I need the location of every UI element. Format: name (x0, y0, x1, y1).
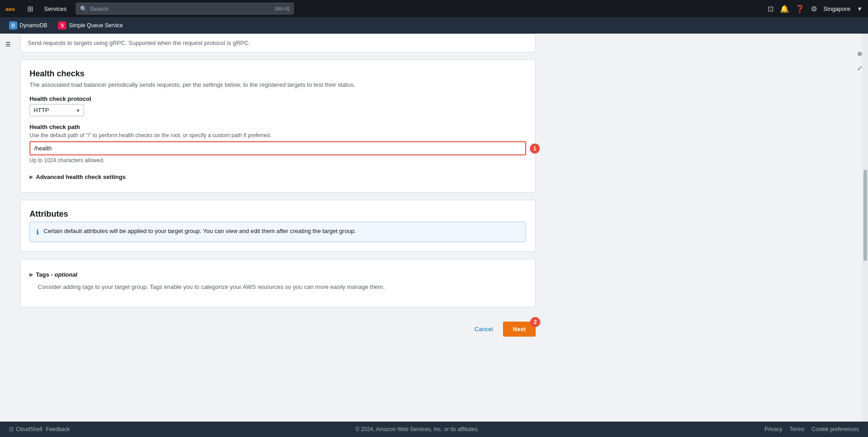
path-hint: Up to 1024 characters allowed. (30, 157, 526, 164)
scrollbar[interactable] (863, 34, 868, 423)
grpc-info-text: Send requests to targets using gRPC. Sup… (28, 40, 250, 46)
aws-logo[interactable]: aws (5, 4, 20, 13)
health-checks-section: Health checks The associated load balanc… (20, 60, 536, 193)
protocol-select[interactable]: HTTP HTTPS (30, 104, 84, 116)
sidebar-toggle-button[interactable]: ☰ (0, 37, 16, 51)
search-bar[interactable]: 🔍 [Alt+S] (76, 3, 294, 15)
footer-terms-link[interactable]: Terms (789, 426, 804, 432)
secondary-navigation: D DynamoDB S Simple Queue Service (0, 17, 868, 34)
protocol-label: Health check protocol (30, 95, 526, 102)
cloudshell-label: CloudShell (16, 426, 42, 432)
region-arrow-icon: ▼ (857, 5, 863, 12)
expand-arrow-icon: ▶ (30, 174, 33, 179)
footer-feedback[interactable]: Feedback (46, 426, 70, 432)
tags-section: ▶ Tags - optional Consider adding tags t… (20, 259, 536, 307)
tags-optional-italic: optional (54, 271, 78, 278)
dynamodb-icon: D (9, 21, 17, 30)
services-button[interactable]: Services (40, 4, 70, 14)
advanced-settings-label: Advanced health check settings (36, 174, 126, 180)
footer-left: ⊡ CloudShell Feedback (9, 426, 70, 432)
path-label: Health check path (30, 124, 526, 130)
help-icon[interactable]: ❓ (795, 5, 804, 13)
search-icon: 🔍 (80, 5, 87, 12)
path-badge-wrapper: 1 (526, 144, 540, 154)
content-area: Send requests to targets using gRPC. Sup… (0, 34, 545, 437)
expand-icon[interactable]: ⤢ (853, 62, 866, 74)
path-input-wrapper: 1 (30, 141, 526, 155)
search-shortcut: [Alt+S] (275, 6, 290, 11)
path-group: Health check path Use the default path o… (30, 124, 526, 164)
path-input-row: 1 (30, 141, 526, 155)
tags-description: Consider adding tags to your target grou… (30, 283, 526, 290)
cancel-button[interactable]: Cancel (469, 323, 498, 335)
main-wrapper: Send requests to targets using gRPC. Sup… (0, 34, 868, 437)
health-checks-description: The associated load balancer periodicall… (30, 81, 526, 88)
tags-expand-arrow-icon: ▶ (30, 272, 33, 277)
attributes-title: Attributes (30, 209, 526, 219)
info-circle-icon: ℹ (36, 228, 39, 236)
right-tools-panel: ⊕ ⤢ (852, 45, 868, 76)
map-icon[interactable]: ⊕ (853, 47, 866, 60)
hamburger-icon: ☰ (5, 41, 11, 48)
settings-icon[interactable]: ⚙ (811, 5, 817, 13)
grid-icon[interactable]: ⊞ (25, 3, 35, 15)
cloudshell-button[interactable]: ⊡ CloudShell (9, 426, 42, 432)
footer-links: Privacy Terms Cookie preferences (764, 426, 859, 432)
attributes-info-box: ℹ Certain default attributes will be app… (30, 222, 526, 242)
nav-right-icons: ⊡ 🔔 ❓ ⚙ Singapore ▼ (768, 5, 863, 13)
next-button-wrapper: Next 2 (503, 322, 536, 337)
advanced-settings-toggle[interactable]: ▶ Advanced health check settings (30, 171, 526, 183)
attributes-info-text: Certain default attributes will be appli… (44, 228, 356, 234)
protocol-group: Health check protocol HTTP HTTPS ▼ (30, 95, 526, 116)
scrollbar-thumb[interactable] (863, 170, 867, 261)
grpc-info-bar: Send requests to targets using gRPC. Sup… (20, 34, 536, 52)
health-checks-title: Health checks (30, 69, 526, 79)
protocol-select-wrapper: HTTP HTTPS ▼ (30, 104, 84, 116)
search-input[interactable] (90, 5, 272, 12)
health-check-path-input[interactable] (30, 141, 526, 155)
footer: ⊡ CloudShell Feedback © 2024, Amazon Web… (0, 422, 868, 437)
action-bar: Cancel Next 2 (20, 314, 536, 344)
footer-cookies-link[interactable]: Cookie preferences (812, 426, 859, 432)
sidebar-item-sqs[interactable]: S Simple Queue Service (54, 20, 126, 31)
bell-icon[interactable]: 🔔 (780, 5, 789, 13)
sqs-label: Simple Queue Service (69, 22, 123, 29)
tags-title: Tags - optional (36, 271, 77, 278)
sqs-icon: S (58, 21, 66, 30)
footer-copyright: © 2024, Amazon Web Services, Inc. or its… (355, 426, 479, 432)
top-navigation: aws ⊞ Services 🔍 [Alt+S] ⊡ 🔔 ❓ ⚙ Singapo… (0, 0, 868, 17)
path-badge-1: 1 (530, 144, 540, 154)
svg-text:aws: aws (5, 6, 15, 12)
terminal-icon[interactable]: ⊡ (768, 5, 774, 13)
next-badge-2: 2 (530, 317, 540, 327)
dynamodb-label: DynamoDB (20, 22, 47, 29)
sidebar-item-dynamodb[interactable]: D DynamoDB (5, 20, 51, 31)
region-selector[interactable]: Singapore (824, 5, 850, 12)
attributes-section: Attributes ℹ Certain default attributes … (20, 200, 536, 252)
tags-toggle[interactable]: ▶ Tags - optional (30, 268, 526, 281)
cloudshell-icon: ⊡ (9, 426, 14, 432)
footer-privacy-link[interactable]: Privacy (764, 426, 782, 432)
path-description: Use the default path of "/" to perform h… (30, 132, 526, 139)
